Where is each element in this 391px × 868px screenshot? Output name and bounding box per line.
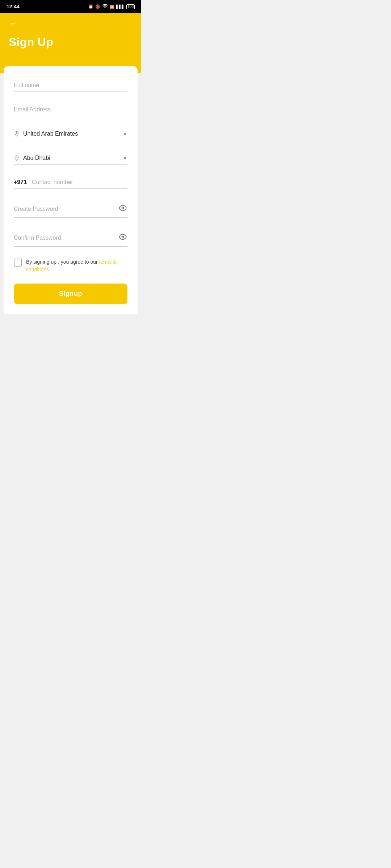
alarm-icon: ⏰	[88, 4, 93, 9]
page-title: Sign Up	[9, 35, 133, 49]
confirm-password-toggle-icon[interactable]	[118, 232, 127, 243]
call-icon: 📶	[110, 5, 114, 9]
country-value: United Arab Emirates	[23, 131, 78, 137]
city-location-icon	[14, 155, 20, 161]
phone-input[interactable]	[32, 179, 127, 186]
svg-point-4	[122, 237, 123, 238]
phone-code: +971	[14, 179, 27, 186]
terms-period: .	[49, 267, 50, 272]
phone-field-container: +971	[14, 176, 127, 189]
create-password-wrapper	[14, 200, 127, 218]
status-time: 12:44	[7, 4, 20, 9]
terms-row: By signing up , you agree to our terms &…	[14, 258, 127, 273]
terms-checkbox[interactable]	[14, 259, 22, 267]
country-group: United Arab Emirates ▼	[14, 128, 127, 140]
signup-form: United Arab Emirates ▼ Abu Dhabi ▼ +971	[4, 66, 138, 314]
bell-off-icon: 🔕	[95, 4, 100, 9]
email-input[interactable]	[14, 103, 127, 116]
fullname-group	[14, 79, 127, 92]
back-button[interactable]: ←	[9, 19, 17, 28]
header-section: ← Sign Up	[0, 13, 141, 73]
fullname-input[interactable]	[14, 79, 127, 92]
city-chevron-down-icon: ▼	[122, 155, 127, 161]
signal-icon: ▋▋▋	[116, 5, 125, 9]
signup-button[interactable]: Signup	[14, 284, 127, 304]
city-value: Abu Dhabi	[23, 155, 50, 161]
battery-icon: 100	[126, 4, 135, 9]
confirm-password-group	[14, 229, 127, 247]
location-icon	[14, 131, 20, 137]
confirm-password-wrapper	[14, 229, 127, 247]
confirm-password-input[interactable]	[14, 235, 118, 241]
country-dropdown[interactable]: United Arab Emirates ▼	[14, 128, 127, 140]
svg-point-2	[122, 208, 123, 209]
create-password-group	[14, 200, 127, 218]
chevron-down-icon: ▼	[122, 131, 127, 137]
status-icons: ⏰ 🔕 📶 ▋▋▋ 100	[88, 4, 135, 9]
status-bar: 12:44 ⏰ 🔕 📶 ▋▋▋ 100	[0, 0, 141, 13]
password-toggle-icon[interactable]	[118, 203, 127, 214]
terms-prefix: By signing up , you agree to our	[26, 259, 99, 265]
terms-text: By signing up , you agree to our terms &…	[26, 258, 127, 273]
svg-point-0	[105, 8, 106, 8]
email-group	[14, 103, 127, 116]
phone-group: +971	[14, 176, 127, 189]
create-password-input[interactable]	[14, 206, 118, 212]
wifi-icon	[102, 4, 108, 9]
city-dropdown[interactable]: Abu Dhabi ▼	[14, 152, 127, 165]
city-group: Abu Dhabi ▼	[14, 152, 127, 165]
